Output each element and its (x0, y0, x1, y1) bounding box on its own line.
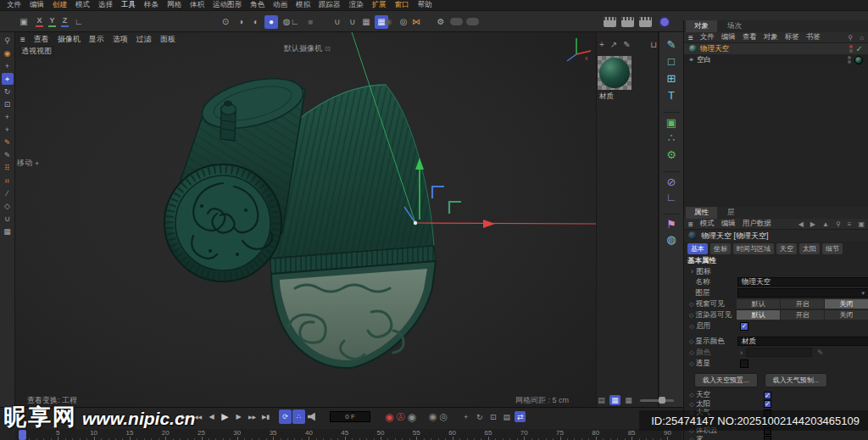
y-axis-lock-button[interactable]: Y (47, 15, 58, 29)
xray-checkbox[interactable] (740, 359, 748, 368)
current-frame-field[interactable]: 0 F (330, 411, 370, 422)
capsule-icon[interactable] (450, 18, 463, 25)
enable-snap-icon[interactable]: ∪ (331, 15, 344, 29)
attr-menu-item[interactable]: 模式 (700, 219, 715, 229)
om-menu-item[interactable]: 编辑 (721, 32, 736, 42)
render-team-icon[interactable] (639, 17, 652, 27)
text-spline-icon[interactable]: T (663, 86, 680, 103)
play-button[interactable]: ▶ (219, 409, 231, 424)
menu-item[interactable]: 体积 (186, 0, 209, 10)
rectangle-spline-icon[interactable]: □ (663, 53, 680, 70)
pick-material-icon[interactable]: ↗ (610, 40, 617, 49)
attribute-chip[interactable]: 细节 (822, 243, 843, 254)
magnet-tool-icon[interactable]: ∪ (2, 213, 14, 225)
grid-icon[interactable]: ▦ (359, 15, 373, 29)
om-hamburger-icon[interactable]: ≡ (688, 33, 693, 42)
record-scale-icon[interactable]: ⊡ (487, 411, 498, 422)
attr-hamburger-icon[interactable]: ≡ (688, 220, 693, 229)
snap-move-icon[interactable]: + (2, 124, 14, 136)
record-keyframe-icon[interactable]: ◉ (385, 411, 393, 423)
name-field[interactable]: 物理天空 (737, 277, 868, 287)
sketch-tool-icon[interactable]: ✎ (2, 149, 14, 161)
cube-primitive-icon[interactable]: ⊞ (663, 70, 680, 86)
make-editable-icon[interactable]: ⊙ (219, 15, 232, 29)
menu-item[interactable]: 角色 (246, 0, 269, 10)
viewport-menu-item[interactable]: 过滤 (136, 34, 152, 45)
menu-item[interactable]: 渲染 (345, 0, 368, 10)
menu-item[interactable]: 动画 (269, 0, 292, 10)
axis-mode-icon[interactable]: ∟ (288, 15, 302, 29)
visibility-dots[interactable] (849, 45, 853, 53)
object-mode-icon[interactable]: ● (264, 15, 278, 29)
move-tool-icon[interactable]: ⌖ (2, 73, 14, 85)
next-frame-button[interactable]: ▶ (232, 409, 245, 424)
find-tool-icon[interactable]: ⚲ (2, 35, 14, 47)
attribute-chip[interactable]: 时间与区域 (733, 243, 774, 254)
material-thumbnail[interactable] (598, 56, 632, 90)
layer-dropdown[interactable] (737, 288, 868, 298)
menu-item[interactable]: 工具 (117, 0, 140, 10)
knife-tool-icon[interactable]: ∕ (2, 187, 14, 199)
record-rotation-icon[interactable]: ↻ (474, 411, 485, 422)
feature-checkbox[interactable] (764, 400, 771, 408)
menu-item[interactable]: 样条 (140, 0, 163, 10)
visibility-dots[interactable] (848, 56, 851, 64)
spline-pen-icon[interactable]: ✎ (663, 36, 680, 53)
transform-tool-icon[interactable]: + (2, 111, 14, 123)
z-axis-lock-button[interactable]: Z (59, 15, 70, 29)
up-icon[interactable]: ▲ (822, 220, 829, 228)
live-selection-icon[interactable]: ◉ (2, 47, 14, 59)
om-menu-item[interactable]: 对象 (764, 32, 778, 42)
menu-item[interactable]: 网格 (163, 0, 186, 10)
menu-item[interactable]: 创建 (48, 0, 71, 10)
editor-visible-default[interactable]: 默认 (737, 299, 780, 309)
record-parameter-icon[interactable]: ▤ (501, 411, 512, 422)
attribute-tab[interactable]: 层 (719, 207, 743, 219)
mirror-icon[interactable]: ⋈ (409, 15, 423, 29)
camera-swap-icon[interactable]: ⊡ (325, 45, 331, 53)
keyframe-selection-icon[interactable]: ◉ (407, 411, 415, 423)
edges-mode-icon[interactable]: ⠶ (2, 175, 14, 187)
loop-playback-icon[interactable]: ⟳ (279, 409, 292, 424)
record-circle-icon[interactable]: ◉ (429, 411, 437, 422)
thumbnail-size-slider[interactable] (640, 399, 674, 402)
pen-tool-icon[interactable]: ✎ (2, 136, 14, 148)
record-position-icon[interactable]: + (460, 411, 471, 422)
menu-item[interactable]: 跟踪器 (314, 0, 345, 10)
viewport-menu-item[interactable]: 摄像机 (58, 34, 81, 45)
autokey-icon[interactable]: Ⓐ (396, 411, 404, 423)
locked-workplane-icon[interactable]: ◉ (381, 15, 395, 29)
keyframe-bar-icon[interactable]: ∴ (292, 409, 305, 424)
object-manager-tab[interactable]: 场次 (719, 20, 750, 32)
capsule-asset-icon[interactable] (466, 18, 479, 25)
load-sky-preset-button[interactable]: 载入天空预置... (694, 373, 758, 387)
edit-material-icon[interactable]: ✎ (623, 40, 630, 49)
om-menu-item[interactable]: 书签 (806, 32, 821, 42)
polygon-mode-icon[interactable]: ◇ (2, 200, 14, 212)
load-weather-preset-button[interactable]: 载入天气预制... (765, 373, 828, 387)
render-picture-viewer-icon[interactable] (621, 17, 634, 27)
attr-menu-item[interactable]: 用户数据 (743, 219, 771, 229)
camera-label[interactable]: 默认摄像机 ⊡ (284, 43, 331, 54)
attribute-chip[interactable]: 太阳 (799, 243, 820, 254)
menu-item[interactable]: 模拟 (292, 0, 314, 10)
display-color-dropdown[interactable]: 材质 (737, 337, 868, 346)
go-to-end-button[interactable]: ▶▮ (259, 409, 272, 424)
attribute-chip[interactable]: 天空 (776, 243, 797, 254)
record-ring-icon[interactable]: ◎ (440, 411, 448, 422)
om-home-icon[interactable]: ⌂ (860, 34, 864, 42)
renderer-visible-on[interactable]: 开启 (781, 310, 824, 320)
scale-tool-icon[interactable]: ⊡ (2, 98, 14, 110)
menu-item[interactable]: 选择 (94, 0, 117, 10)
attribute-chip[interactable]: 基本 (687, 243, 708, 254)
material-name-label[interactable]: 材质 (599, 92, 614, 102)
x-axis-lock-button[interactable]: X (34, 15, 45, 29)
object-manager-tab[interactable]: 对象 (686, 20, 717, 32)
menu-item[interactable]: 文件 (3, 0, 25, 10)
renderer-visible-off[interactable]: 关闭 (825, 310, 868, 320)
lock-icon[interactable]: ▣ (858, 220, 865, 228)
object-row-null[interactable]: ⌖ 空白 (684, 54, 868, 65)
viewport-menu-item[interactable]: 查看 (34, 34, 49, 45)
rotate-tool-icon[interactable]: ↻ (2, 86, 14, 97)
subdivision-surface-icon[interactable]: ▣ (663, 112, 680, 129)
